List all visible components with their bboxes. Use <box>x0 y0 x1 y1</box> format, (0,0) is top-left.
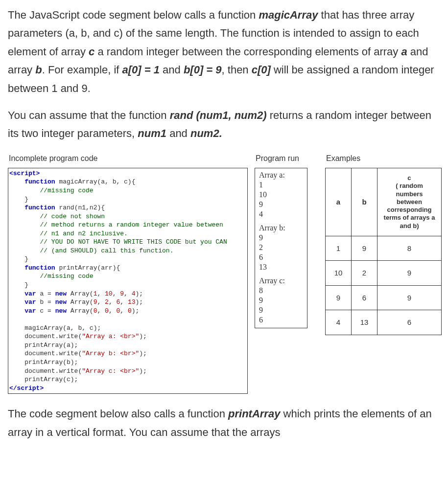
run-box: Array a: 1 10 9 4 Array b: 9 2 6 13 Arra… <box>255 168 307 328</box>
intro-paragraph-2: You can assume that the function rand (n… <box>8 106 440 143</box>
run-column: Program run Array a: 1 10 9 4 Array b: 9… <box>255 152 318 328</box>
examples-header: Examples <box>326 152 442 165</box>
fn-printarray: printArray <box>228 408 280 420</box>
examples-table: a b c ( random numbers between correspon… <box>325 168 442 335</box>
code-box: <script> function magicArray(a, b, c){ /… <box>8 168 248 394</box>
fn-rand: rand (num1, num2) <box>170 109 270 121</box>
fn-magicarray: magicArray <box>259 9 318 21</box>
intro-paragraph-1: The JavaScript code segment below calls … <box>8 6 440 97</box>
code-header: Incomplete program code <box>9 152 248 165</box>
table-row: 4 13 6 <box>326 310 442 335</box>
col-a: a <box>326 168 352 236</box>
col-b: b <box>351 168 377 236</box>
code-column: Incomplete program code <script> functio… <box>8 152 248 394</box>
table-row: 1 9 8 <box>326 236 442 261</box>
col-c: c ( random numbers between corresponding… <box>377 168 441 236</box>
examples-column: Examples a b c ( random numbers between … <box>325 152 442 335</box>
table-row: 9 6 9 <box>326 285 442 310</box>
table-row: 10 2 9 <box>326 261 442 286</box>
run-header: Program run <box>256 152 318 165</box>
footer-paragraph: The code segment below also calls a func… <box>8 405 440 441</box>
